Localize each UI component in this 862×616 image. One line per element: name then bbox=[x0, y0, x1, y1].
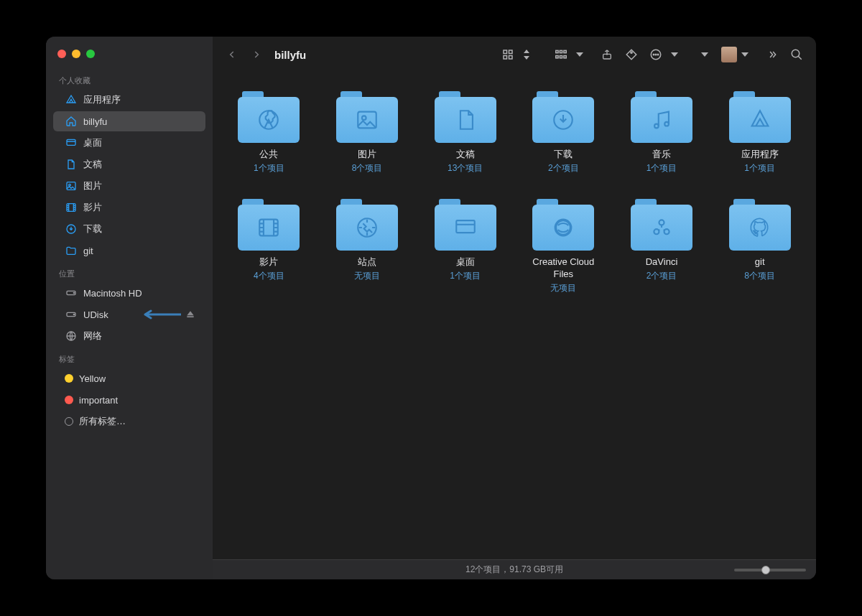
main-area: billyfu bbox=[213, 37, 816, 579]
share-button[interactable] bbox=[596, 44, 618, 65]
sidebar-item-label: 桌面 bbox=[83, 136, 195, 149]
sidebar-item-label: 所有标签… bbox=[79, 415, 195, 428]
sidebar-tag-all[interactable]: 所有标签… bbox=[53, 411, 205, 431]
folder-item[interactable]: 应用程序 1个项目 bbox=[718, 91, 802, 174]
folder-item[interactable]: DaVinci 2个项目 bbox=[620, 199, 704, 294]
sidebar-item-downloads[interactable]: 下载 bbox=[53, 219, 205, 239]
tag-dot-icon bbox=[65, 396, 73, 404]
chevron-down-icon[interactable] bbox=[669, 44, 680, 65]
back-button[interactable] bbox=[221, 44, 243, 65]
downloads-icon bbox=[532, 97, 594, 143]
folder-icon bbox=[729, 199, 791, 251]
sidebar-item-desktop[interactable]: 桌面 bbox=[53, 133, 205, 153]
folder-item-count: 1个项目 bbox=[254, 162, 284, 174]
sidebar-item-documents[interactable]: 文稿 bbox=[53, 154, 205, 174]
svg-rect-13 bbox=[504, 56, 507, 60]
folder-icon bbox=[336, 91, 398, 143]
disk-icon bbox=[65, 308, 78, 321]
sidebar-item-udisk[interactable]: UDisk bbox=[53, 304, 205, 325]
folder-name: 公共 bbox=[259, 149, 278, 161]
folder-item[interactable]: 文稿 13个项目 bbox=[423, 91, 507, 174]
svg-point-8 bbox=[73, 314, 74, 314]
folder-item-count: 2个项目 bbox=[646, 270, 677, 282]
folder-item[interactable]: git 8个项目 bbox=[718, 199, 802, 294]
folder-item[interactable]: 桌面 1个项目 bbox=[423, 199, 507, 294]
folder-name: 站点 bbox=[358, 256, 376, 269]
sidebar-item-label: 下载 bbox=[83, 223, 195, 235]
folder-item[interactable]: 公共 1个项目 bbox=[227, 91, 311, 174]
folder-item-count: 13个项目 bbox=[448, 162, 483, 174]
folder-item[interactable]: 站点 无项目 bbox=[325, 199, 409, 294]
content-area[interactable]: 公共 1个项目 图片 8个项目 文稿 13个项目 下载 2个项 bbox=[213, 73, 816, 559]
eject-icon[interactable] bbox=[185, 309, 195, 319]
svg-point-25 bbox=[655, 54, 657, 55]
cloud-icon bbox=[532, 205, 594, 251]
sidebar-item-macintosh-hd[interactable]: Macintosh HD bbox=[53, 283, 205, 303]
sidebar-item-home[interactable]: billyfu bbox=[53, 111, 205, 131]
svg-rect-19 bbox=[560, 56, 562, 58]
folder-name: 图片 bbox=[358, 149, 376, 161]
apps-icon bbox=[65, 93, 78, 106]
sidebar-item-git[interactable]: git bbox=[53, 241, 205, 261]
tags-button[interactable] bbox=[621, 44, 642, 65]
icon-size-slider[interactable] bbox=[734, 569, 806, 571]
group-by-button[interactable] bbox=[550, 44, 572, 65]
sidebar-item-label: 网络 bbox=[83, 330, 195, 342]
folder-item-count: 1个项目 bbox=[450, 270, 481, 282]
sidebar-tag-yellow[interactable]: Yellow bbox=[53, 368, 205, 388]
chevron-down-icon[interactable] bbox=[740, 44, 750, 65]
zoom-button[interactable] bbox=[86, 50, 95, 58]
window-title: billyfu bbox=[274, 49, 306, 61]
view-icons-button[interactable] bbox=[497, 44, 519, 65]
folder-item[interactable]: 图片 8个项目 bbox=[325, 91, 409, 174]
sidebar-item-network[interactable]: 网络 bbox=[53, 326, 205, 346]
folder-item[interactable]: 影片 4个项目 bbox=[227, 199, 311, 294]
movies-icon bbox=[238, 205, 300, 251]
folder-name: 应用程序 bbox=[741, 149, 779, 161]
svg-rect-0 bbox=[67, 139, 75, 145]
sidebar-item-movies[interactable]: 影片 bbox=[53, 197, 205, 218]
svg-rect-15 bbox=[556, 50, 558, 52]
folder-item-count: 2个项目 bbox=[548, 162, 579, 174]
status-text: 12个项目，91.73 GB可用 bbox=[465, 564, 563, 576]
chevron-down-icon[interactable] bbox=[700, 44, 710, 65]
search-button[interactable] bbox=[786, 44, 807, 65]
sidebar-item-applications[interactable]: 应用程序 bbox=[53, 90, 205, 110]
svg-rect-16 bbox=[560, 50, 562, 52]
music-icon bbox=[631, 97, 692, 143]
svg-rect-20 bbox=[564, 56, 566, 58]
minimize-button[interactable] bbox=[72, 50, 80, 58]
view-switcher-stepper[interactable] bbox=[522, 44, 532, 65]
folder-item-count: 无项目 bbox=[550, 282, 576, 294]
movies-icon bbox=[65, 201, 78, 214]
folder-item-count: 4个项目 bbox=[254, 270, 284, 282]
toolbar: billyfu bbox=[213, 37, 816, 73]
sidebar-item-label: 图片 bbox=[83, 179, 195, 192]
folder-icon bbox=[238, 199, 300, 251]
sidebar-section-locations-header: 位置 bbox=[46, 261, 213, 282]
forward-button[interactable] bbox=[246, 44, 267, 65]
close-button[interactable] bbox=[57, 50, 66, 58]
desktop-icon bbox=[435, 205, 496, 251]
chevron-down-icon[interactable] bbox=[575, 44, 585, 65]
sidebar-item-label: billyfu bbox=[83, 116, 195, 127]
window-controls bbox=[46, 47, 213, 68]
folder-item[interactable]: 音乐 1个项目 bbox=[620, 91, 704, 174]
sidebar-tag-important[interactable]: important bbox=[53, 390, 205, 410]
folder-name: 下载 bbox=[554, 149, 573, 161]
folder-name: 音乐 bbox=[652, 149, 671, 161]
svg-rect-18 bbox=[556, 56, 558, 58]
svg-rect-14 bbox=[509, 56, 513, 60]
svg-rect-12 bbox=[509, 50, 513, 54]
sidebar-item-label: 影片 bbox=[83, 201, 195, 214]
slider-thumb[interactable] bbox=[761, 566, 770, 574]
apps-icon bbox=[729, 97, 791, 143]
folder-item[interactable]: 下载 2个项目 bbox=[522, 91, 606, 174]
avatar[interactable] bbox=[721, 47, 737, 62]
action-menu-button[interactable] bbox=[645, 44, 667, 65]
sidebar-item-pictures[interactable]: 图片 bbox=[53, 176, 205, 196]
network-icon bbox=[65, 330, 78, 342]
desktop-icon bbox=[65, 136, 78, 149]
folder-item[interactable]: Creative Cloud Files 无项目 bbox=[522, 199, 606, 294]
overflow-button[interactable] bbox=[761, 44, 783, 65]
